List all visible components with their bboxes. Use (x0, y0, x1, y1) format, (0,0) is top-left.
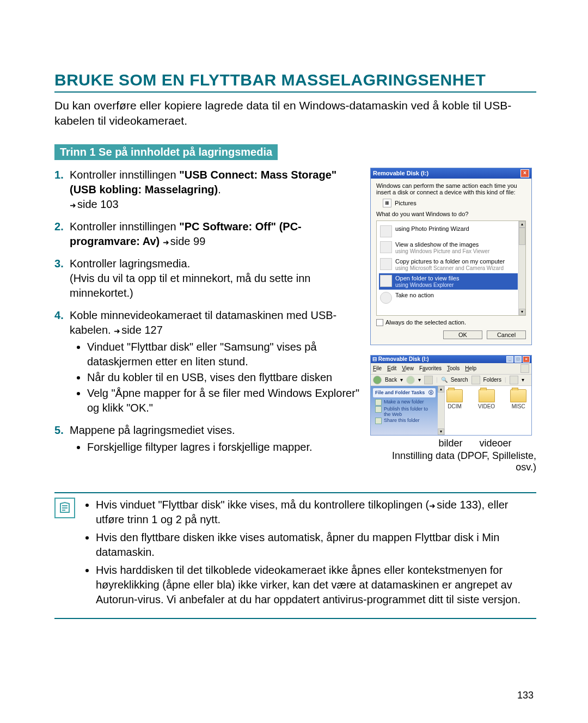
note-icon (54, 498, 75, 518)
folder-icon (510, 389, 526, 402)
note-2: Hvis den flyttbare disken ikke vises aut… (96, 530, 536, 560)
menu-help[interactable]: Help (465, 365, 476, 371)
search-icon[interactable]: 🔍 (441, 377, 448, 383)
step-3: Kontroller lagringsmedia. (Hvis du vil t… (54, 256, 360, 301)
explorer-toolbar[interactable]: Back ▾ ▾ | 🔍Search Folders | ▾ (371, 375, 531, 386)
windows-flag-icon (520, 364, 529, 373)
label-bilder: bilder (438, 438, 462, 449)
close-icon[interactable]: × (523, 356, 530, 363)
dialog-titlebar[interactable]: Removable Disk (I:) × (371, 168, 531, 179)
step-2-text: Kontroller innstillingen (70, 220, 179, 232)
menu-favorites[interactable]: Favorites (419, 365, 442, 371)
share-icon (375, 418, 382, 424)
ref-icon (114, 324, 121, 336)
publish-icon (375, 406, 382, 413)
step-1-text: Kontroller innstillingen (70, 169, 179, 181)
action-open-folder[interactable]: Open folder to view filesusing Windows E… (379, 273, 518, 290)
explorer-menubar[interactable]: File Edit View Favorites Tools Help (371, 363, 531, 375)
back-icon[interactable] (373, 376, 382, 384)
ref-icon (70, 198, 77, 210)
folders-label: Folders (483, 377, 501, 383)
notes-list: Hvis vinduet "Flyttbar disk" ikke vises,… (96, 498, 536, 610)
step-1-ref: side 103 (77, 198, 119, 210)
task-new-folder[interactable]: Make a new folder (375, 399, 436, 406)
note-1: Hvis vinduet "Flyttbar disk" ikke vises,… (96, 498, 536, 527)
step-5-bullet-1: Forskjellige filtyper lagres i forskjell… (87, 440, 360, 455)
folder-misc[interactable]: MISC (510, 389, 526, 409)
forward-icon[interactable] (406, 376, 415, 384)
explorer-main[interactable]: ▴ ▾ DCIM VIDEO MISC (438, 386, 531, 435)
step-2: Kontroller innstillingen "PC Software: O… (54, 219, 360, 249)
printer-icon (380, 225, 392, 237)
maximize-icon[interactable]: □ (514, 356, 522, 363)
camera-icon (380, 258, 392, 270)
always-checkbox[interactable] (376, 319, 383, 326)
explorer-window: ⊟ Removable Disk (I:) _ □ × File Edit Vi… (370, 355, 532, 436)
no-action-icon (380, 292, 392, 304)
folder-video[interactable]: VIDEO (478, 389, 495, 409)
minimize-icon[interactable]: _ (506, 356, 513, 363)
step-4-bullet-1: Vinduet "Flyttbar disk" eller "Samsung" … (87, 340, 360, 369)
step-4: Koble minnevideokameraet til datamaskine… (54, 308, 360, 415)
dialog-title: Removable Disk (I:) (373, 170, 428, 176)
step-1: Kontroller innstillingen "USB Connect: M… (54, 168, 360, 212)
explorer-sidebar: File and Folder Tasksⓧ Make a new folder… (371, 386, 438, 435)
action-no-action[interactable]: Take no action (379, 290, 518, 305)
ref-icon (163, 235, 170, 247)
explorer-title: Removable Disk (I:) (378, 356, 429, 362)
dialog-desc: Windows can perform the same action each… (376, 182, 526, 195)
step-3-text: Kontroller lagringsmedia. (70, 258, 190, 269)
menu-view[interactable]: View (402, 365, 414, 371)
action-slideshow[interactable]: View a slideshow of the imagesusing Wind… (379, 240, 518, 256)
ok-button[interactable]: OK (443, 330, 482, 339)
action-print-wizard[interactable]: using Photo Printing Wizard (379, 224, 518, 239)
page-title: BRUKE SOM EN FLYTTBAR MASSELAGRINGSENHET (54, 71, 536, 89)
scrollbar[interactable]: ▴ ▾ (518, 221, 525, 315)
up-icon[interactable] (424, 376, 433, 384)
note-divider-top (54, 492, 536, 493)
step-header: Trinn 1 Se på innholdet på lagringsmedia (54, 144, 278, 160)
menu-file[interactable]: File (373, 365, 382, 371)
folder-icon (380, 275, 392, 287)
step-5: Mappene på lagringsmediet vises. Forskje… (54, 423, 360, 455)
dialog-question: What do you want Windows to do? (376, 211, 526, 217)
always-label: Always do the selected action. (385, 319, 466, 326)
explorer-titlebar[interactable]: ⊟ Removable Disk (I:) _ □ × (371, 356, 531, 363)
scroll-thumb[interactable] (519, 228, 525, 245)
folders-icon[interactable] (471, 376, 480, 384)
menu-edit[interactable]: Edit (387, 365, 396, 371)
collapse-icon[interactable]: ⓧ (428, 389, 433, 396)
views-icon[interactable] (510, 376, 518, 384)
menu-tools[interactable]: Tools (447, 365, 460, 371)
pictures-label: Pictures (395, 200, 416, 206)
page-number: 133 (517, 690, 534, 701)
scroll-down-icon[interactable]: ▾ (519, 309, 525, 315)
picture-icon: ▦ (383, 199, 391, 207)
step-4-bullet-2: Når du kobler til en USB, vises den flyt… (87, 370, 360, 385)
step-4-text: Koble minnevideokameraet til datamaskine… (70, 309, 336, 336)
folder-dcim[interactable]: DCIM (446, 389, 463, 409)
slideshow-icon (380, 241, 392, 253)
sub-note: Innstilling data (DPOF, Spilleliste, osv… (370, 450, 536, 473)
explorer-scrollbar[interactable]: ▴ ▾ (438, 386, 445, 435)
scroll-up-icon[interactable]: ▴ (519, 221, 525, 228)
step-5-text: Mappene på lagringsmediet vises. (70, 424, 235, 436)
step-4-bullet-3: Velg "Åpne mapper for å se filer med Win… (87, 386, 360, 415)
task-publish[interactable]: Publish this folder to the Web (375, 406, 436, 417)
scroll-up-icon[interactable]: ▴ (438, 386, 444, 393)
close-icon[interactable]: × (520, 169, 529, 177)
tasks-header[interactable]: File and Folder Tasksⓧ (373, 388, 436, 397)
action-list[interactable]: using Photo Printing Wizard View a slide… (376, 220, 526, 316)
action-copy[interactable]: Copy pictures to a folder on my computer… (379, 256, 518, 273)
note-divider-bottom (54, 618, 536, 619)
drive-icon: ⊟ (372, 356, 377, 362)
step-4-ref: side 127 (121, 324, 163, 336)
cancel-button[interactable]: Cancel (487, 330, 526, 339)
task-share[interactable]: Share this folder (375, 418, 436, 424)
step-2-ref: side 99 (170, 235, 206, 247)
scroll-down-icon[interactable]: ▾ (438, 428, 444, 435)
label-videoer: videoer (479, 438, 511, 449)
search-label: Search (451, 377, 468, 383)
intro-text: Du kan overføre eller kopiere lagrede da… (54, 98, 536, 129)
folder-icon (446, 389, 463, 402)
